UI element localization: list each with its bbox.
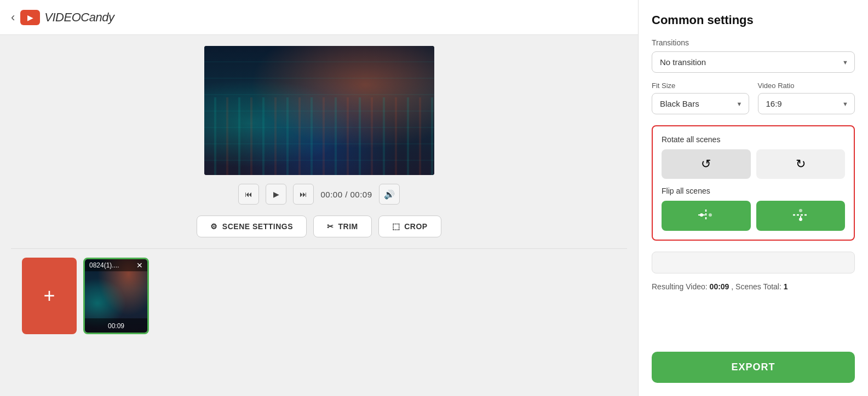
trim-label: TRIM (338, 222, 358, 231)
skip-forward-button[interactable]: ⏭ (293, 184, 314, 205)
flip-vertical-button[interactable] (756, 201, 846, 231)
crop-icon: ⬚ (392, 222, 400, 231)
player-controls: ⏮ ▶ ⏭ 00:00 / 00:09 🔊 (238, 184, 399, 205)
clip-footer: 00:09 (85, 318, 147, 333)
volume-button[interactable]: 🔊 (379, 184, 400, 205)
rotate-ccw-icon: ↺ (701, 157, 711, 171)
clip-close-button[interactable]: ✕ (136, 261, 143, 269)
transitions-label: Transitions (652, 38, 855, 47)
content-area: ⏮ ▶ ⏭ 00:00 / 00:09 🔊 ⚙ SCENE SETTINGS ✂… (0, 35, 638, 396)
video-ratio-dropdown-wrapper[interactable]: 16:9 (758, 93, 855, 114)
flip-horizontal-button[interactable] (662, 201, 751, 231)
flip-buttons (662, 201, 845, 231)
transitions-dropdown-wrapper[interactable]: No transition (652, 51, 855, 73)
video-ratio-select[interactable]: 16:9 (758, 93, 855, 114)
flip-label: Flip all scenes (662, 187, 845, 195)
right-panel: Common settings Transitions No transitio… (638, 0, 868, 396)
svg-point-7 (799, 209, 802, 212)
video-preview (204, 46, 434, 175)
logo-text: VIDEOCandy (44, 10, 114, 25)
fit-size-label: Fit Size (652, 81, 749, 90)
clip-duration: 00:09 (108, 322, 124, 330)
clip-item[interactable]: 0824(1).... ✕ 00:09 (83, 258, 149, 334)
action-buttons: ⚙ SCENE SETTINGS ✂ TRIM ⬚ CROP (197, 216, 441, 237)
trim-button[interactable]: ✂ TRIM (313, 216, 372, 237)
scene-settings-label: SCENE SETTINGS (222, 222, 293, 231)
logo-icon (20, 10, 40, 25)
plus-icon: + (43, 284, 55, 307)
fit-size-select[interactable]: Black Bars (652, 93, 749, 114)
time-display: 00:00 / 00:09 (320, 190, 372, 199)
clip-name: 0824(1).... (89, 261, 119, 269)
resulting-video: Resulting Video: 00:09 , Scenes Total: 1 (652, 282, 855, 291)
logo-text-italic: Candy (81, 10, 114, 24)
svg-point-3 (709, 213, 712, 217)
rotate-cw-button[interactable]: ↻ (756, 149, 846, 179)
flip-vertical-icon (792, 208, 809, 223)
gear-icon: ⚙ (210, 222, 218, 231)
logo-text-bold: VIDEO (44, 10, 81, 24)
flip-horizontal-icon (697, 208, 715, 223)
logo: VIDEOCandy (20, 10, 114, 25)
resulting-label: Resulting Video: (652, 282, 708, 291)
rotate-buttons: ↺ ↻ (662, 149, 845, 179)
fit-size-col: Fit Size Black Bars (652, 81, 749, 114)
header: ‹ VIDEOCandy (0, 0, 638, 35)
play-button[interactable]: ▶ (266, 184, 286, 205)
hidden-section (652, 252, 855, 273)
scene-settings-button[interactable]: ⚙ SCENE SETTINGS (197, 216, 307, 237)
rotate-cw-icon: ↻ (796, 157, 806, 171)
timeline: + 0824(1).... ✕ 00:09 (11, 249, 627, 343)
add-clip-button[interactable]: + (22, 258, 77, 334)
scenes-count: 1 (784, 282, 788, 291)
scissors-icon: ✂ (327, 222, 334, 231)
rotate-ccw-button[interactable]: ↺ (662, 149, 751, 179)
skip-back-button[interactable]: ⏮ (238, 184, 259, 205)
video-frame (204, 46, 434, 175)
video-ratio-label: Video Ratio (758, 81, 855, 90)
fit-size-dropdown-wrapper[interactable]: Black Bars (652, 93, 749, 114)
resulting-duration: 00:09 (710, 282, 729, 291)
crop-label: CROP (404, 222, 427, 231)
main-area: ‹ VIDEOCandy ⏮ ▶ ⏭ 00:00 / 00:09 🔊 ⚙ SCE… (0, 0, 638, 396)
fit-ratio-row: Fit Size Black Bars Video Ratio 16:9 (652, 81, 855, 114)
back-button[interactable]: ‹ (11, 11, 15, 24)
panel-title: Common settings (652, 13, 855, 27)
scenes-label: , Scenes Total: (731, 282, 781, 291)
rotate-label: Rotate all scenes (662, 135, 845, 144)
video-ratio-col: Video Ratio 16:9 (758, 81, 855, 114)
crop-button[interactable]: ⬚ CROP (378, 216, 441, 237)
clip-header: 0824(1).... ✕ (85, 259, 147, 271)
rotate-flip-box: Rotate all scenes ↺ ↻ Flip all scenes (652, 125, 855, 241)
export-button[interactable]: EXPORT (652, 352, 855, 383)
transitions-select[interactable]: No transition (652, 51, 855, 73)
